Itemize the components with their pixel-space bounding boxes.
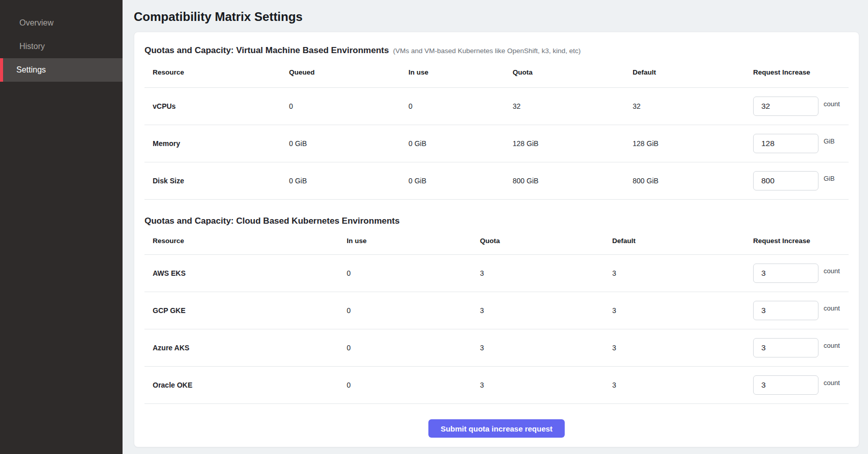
page-title: Compatibility Matrix Settings [134,9,859,25]
resource-cell: AWS EKS [144,269,347,277]
quota-cell: 128 GiB [513,139,633,148]
request-increase-input[interactable] [753,97,818,116]
request-increase-cell: count [753,301,849,320]
default-cell: 32 [633,102,753,110]
default-cell: 3 [612,381,753,389]
default-cell: 3 [612,344,753,352]
unit-label: count [824,100,840,108]
request-increase-input[interactable] [753,301,818,320]
unit-label: count [824,342,840,349]
in-use-cell: 0 [347,269,480,277]
resource-cell: Azure AKS [144,344,347,352]
column-header-in-use: In use [408,68,513,76]
request-increase-cell: count [753,264,849,283]
default-cell: 800 GiB [633,177,753,185]
vm-quota-table: Resource Queued In use Quota Default Req… [144,57,849,200]
request-increase-input[interactable] [753,264,818,283]
table-row: GCP GKE033count [144,292,849,329]
cloud-section-title: Quotas and Capacity: Cloud Based Kuberne… [144,215,400,227]
cloud-quota-table: Resource In use Quota Default Request In… [144,227,849,404]
vm-section-title: Quotas and Capacity: Virtual Machine Bas… [144,44,389,57]
submit-row: Submit quota increase request [144,419,849,438]
resource-cell: Memory [144,139,289,148]
unit-label: count [824,267,840,275]
table-row: Memory0 GiB0 GiB128 GiB128 GiBGiB [144,125,849,162]
column-header-queued: Queued [289,68,408,76]
default-cell: 128 GiB [633,139,753,148]
queued-cell: 0 GiB [289,177,408,185]
vm-table-body: vCPUs003232countMemory0 GiB0 GiB128 GiB1… [144,88,849,200]
column-header-request-increase: Request Increase [753,68,849,76]
default-cell: 3 [612,306,753,315]
cloud-table-header: Resource In use Quota Default Request In… [144,227,849,255]
quota-cell: 3 [480,381,612,389]
column-header-default: Default [612,237,753,245]
column-header-in-use: In use [347,237,480,245]
main-content: Compatibility Matrix Settings Quotas and… [123,0,868,454]
request-increase-cell: GiB [753,171,849,190]
in-use-cell: 0 GiB [408,139,513,148]
submit-quota-request-button[interactable]: Submit quota increase request [428,419,565,438]
table-row: Oracle OKE033count [144,367,849,404]
table-row: Disk Size0 GiB0 GiB800 GiB800 GiBGiB [144,162,849,200]
cloud-section-header: Quotas and Capacity: Cloud Based Kuberne… [144,215,849,227]
sidebar-item-overview[interactable]: Overview [0,11,123,35]
request-increase-input[interactable] [753,171,818,190]
column-header-quota: Quota [480,237,612,245]
request-increase-input[interactable] [753,375,818,395]
request-increase-cell: count [753,338,849,357]
column-header-request-increase: Request Increase [753,237,849,245]
in-use-cell: 0 [347,344,480,352]
request-increase-input[interactable] [753,338,818,357]
sidebar-item-settings[interactable]: Settings [0,58,123,82]
resource-cell: vCPUs [144,102,289,110]
unit-label: count [824,304,840,312]
column-header-resource: Resource [144,237,347,245]
vm-table-header: Resource Queued In use Quota Default Req… [144,57,849,88]
vm-section-subtitle: (VMs and VM-based Kubernetes like OpenSh… [393,45,581,57]
request-increase-cell: GiB [753,134,849,153]
request-increase-cell: count [753,97,849,116]
table-row: Azure AKS033count [144,329,849,367]
queued-cell: 0 [289,102,408,110]
column-header-resource: Resource [144,68,289,76]
sidebar: Overview History Settings [0,0,123,454]
unit-label: GiB [824,175,835,182]
queued-cell: 0 GiB [289,139,408,148]
unit-label: GiB [824,137,835,145]
vm-section-header: Quotas and Capacity: Virtual Machine Bas… [144,44,849,57]
request-increase-input[interactable] [753,134,818,153]
default-cell: 3 [612,269,753,277]
unit-label: count [824,379,840,387]
resource-cell: Disk Size [144,177,289,185]
quota-cell: 800 GiB [513,177,633,185]
resource-cell: Oracle OKE [144,381,347,389]
table-row: vCPUs003232count [144,88,849,125]
quota-settings-card: Quotas and Capacity: Virtual Machine Bas… [134,32,859,447]
request-increase-cell: count [753,375,849,395]
cloud-table-body: AWS EKS033countGCP GKE033countAzure AKS0… [144,255,849,404]
sidebar-item-history[interactable]: History [0,35,123,58]
quota-cell: 3 [480,269,612,277]
in-use-cell: 0 [347,381,480,389]
in-use-cell: 0 [347,306,480,315]
quota-cell: 3 [480,306,612,315]
in-use-cell: 0 GiB [408,177,513,185]
resource-cell: GCP GKE [144,306,347,315]
column-header-quota: Quota [513,68,633,76]
quota-cell: 32 [513,102,633,110]
column-header-default: Default [633,68,753,76]
table-row: AWS EKS033count [144,255,849,292]
quota-cell: 3 [480,344,612,352]
in-use-cell: 0 [408,102,513,110]
